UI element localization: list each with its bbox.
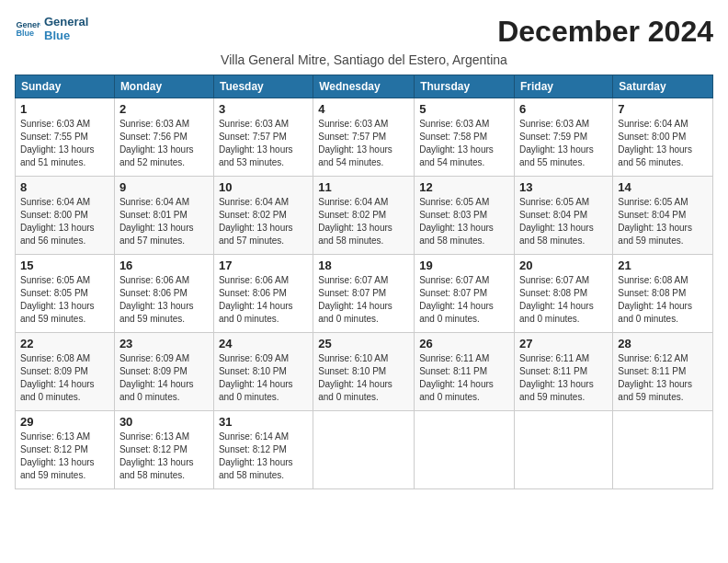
day-info: Sunrise: 6:05 AM Sunset: 8:04 PM Dayligh… (618, 196, 708, 247)
day-info: Sunrise: 6:05 AM Sunset: 8:04 PM Dayligh… (519, 196, 608, 247)
day-number: 20 (519, 259, 608, 272)
daylight-label: Daylight: 14 hours and 0 minutes. (20, 379, 95, 402)
calendar-day-cell: 10 Sunrise: 6:04 AM Sunset: 8:02 PM Dayl… (213, 177, 313, 255)
calendar-week-row: 8 Sunrise: 6:04 AM Sunset: 8:00 PM Dayli… (16, 177, 713, 255)
day-number: 7 (618, 102, 708, 116)
day-number: 18 (318, 259, 409, 272)
daylight-label: Daylight: 13 hours and 56 minutes. (20, 223, 95, 246)
sunset-label: Sunset: 8:12 PM (20, 444, 88, 454)
sunrise-label: Sunrise: 6:03 AM (219, 119, 289, 129)
daylight-label: Daylight: 14 hours and 0 minutes. (318, 301, 392, 324)
sunrise-label: Sunrise: 6:09 AM (219, 353, 289, 363)
sunrise-label: Sunrise: 6:12 AM (618, 353, 688, 363)
sunrise-label: Sunrise: 6:14 AM (219, 431, 289, 442)
sunset-label: Sunset: 8:11 PM (618, 366, 686, 376)
daylight-label: Daylight: 13 hours and 59 minutes. (119, 301, 194, 324)
calendar-day-cell: 4 Sunrise: 6:03 AM Sunset: 7:57 PM Dayli… (313, 98, 415, 177)
sunset-label: Sunset: 8:02 PM (318, 210, 386, 220)
daylight-label: Daylight: 14 hours and 0 minutes. (219, 301, 293, 324)
daylight-label: Daylight: 13 hours and 58 minutes. (219, 457, 293, 480)
calendar-week-row: 22 Sunrise: 6:08 AM Sunset: 8:09 PM Dayl… (16, 333, 713, 411)
day-number: 1 (20, 102, 109, 116)
daylight-label: Daylight: 13 hours and 59 minutes. (20, 457, 95, 480)
day-of-week-header: Tuesday (213, 75, 313, 98)
sunset-label: Sunset: 8:07 PM (318, 288, 386, 298)
day-info: Sunrise: 6:05 AM Sunset: 8:03 PM Dayligh… (419, 196, 509, 247)
day-number: 6 (519, 102, 608, 116)
sunrise-label: Sunrise: 6:05 AM (20, 275, 90, 285)
daylight-label: Daylight: 13 hours and 59 minutes. (618, 223, 692, 246)
day-info: Sunrise: 6:13 AM Sunset: 8:12 PM Dayligh… (20, 431, 109, 482)
calendar-day-cell: 21 Sunrise: 6:08 AM Sunset: 8:08 PM Dayl… (613, 255, 713, 333)
sunset-label: Sunset: 8:10 PM (318, 366, 386, 376)
sunset-label: Sunset: 8:08 PM (519, 288, 587, 298)
calendar-day-cell: 29 Sunrise: 6:13 AM Sunset: 8:12 PM Dayl… (16, 411, 115, 489)
sunset-label: Sunset: 8:00 PM (618, 132, 686, 142)
day-number: 21 (618, 259, 708, 272)
daylight-label: Daylight: 13 hours and 54 minutes. (318, 144, 392, 167)
day-info: Sunrise: 6:08 AM Sunset: 8:09 PM Dayligh… (20, 352, 109, 404)
sunrise-label: Sunrise: 6:05 AM (419, 197, 489, 207)
sunset-label: Sunset: 7:59 PM (519, 132, 587, 142)
day-number: 13 (519, 180, 608, 194)
sunrise-label: Sunrise: 6:03 AM (318, 119, 388, 129)
daylight-label: Daylight: 13 hours and 54 minutes. (419, 144, 494, 167)
day-of-week-header: Monday (114, 75, 213, 98)
sunrise-label: Sunrise: 6:04 AM (318, 197, 388, 207)
calendar-day-cell: 5 Sunrise: 6:03 AM Sunset: 7:58 PM Dayli… (415, 98, 515, 177)
day-number: 31 (219, 415, 308, 429)
calendar-day-cell: 6 Sunrise: 6:03 AM Sunset: 7:59 PM Dayli… (515, 98, 613, 177)
day-of-week-header: Saturday (613, 75, 713, 98)
day-number: 3 (219, 102, 308, 116)
day-info: Sunrise: 6:11 AM Sunset: 8:11 PM Dayligh… (419, 352, 509, 404)
day-of-week-header: Thursday (415, 75, 515, 98)
daylight-label: Daylight: 13 hours and 57 minutes. (219, 223, 293, 246)
day-number: 17 (219, 259, 308, 272)
svg-text:Blue: Blue (16, 29, 34, 38)
sunrise-label: Sunrise: 6:07 AM (318, 275, 388, 285)
day-number: 19 (419, 259, 509, 272)
sunset-label: Sunset: 7:56 PM (119, 132, 188, 142)
day-info: Sunrise: 6:03 AM Sunset: 7:55 PM Dayligh… (20, 118, 109, 169)
day-info: Sunrise: 6:04 AM Sunset: 8:01 PM Dayligh… (119, 196, 209, 247)
sunrise-label: Sunrise: 6:11 AM (419, 353, 489, 363)
day-info: Sunrise: 6:04 AM Sunset: 8:00 PM Dayligh… (20, 196, 109, 247)
sunrise-label: Sunrise: 6:03 AM (20, 119, 90, 129)
day-number: 23 (119, 337, 209, 350)
daylight-label: Daylight: 14 hours and 0 minutes. (219, 379, 293, 402)
calendar-day-cell: 30 Sunrise: 6:13 AM Sunset: 8:12 PM Dayl… (114, 411, 213, 489)
sunrise-label: Sunrise: 6:04 AM (618, 119, 688, 129)
logo-line1: General (44, 15, 88, 29)
day-info: Sunrise: 6:03 AM Sunset: 7:57 PM Dayligh… (318, 118, 409, 169)
day-info: Sunrise: 6:04 AM Sunset: 8:02 PM Dayligh… (318, 196, 409, 247)
sunset-label: Sunset: 8:12 PM (219, 444, 287, 454)
calendar-day-cell: 19 Sunrise: 6:07 AM Sunset: 8:07 PM Dayl… (415, 255, 515, 333)
day-info: Sunrise: 6:06 AM Sunset: 8:06 PM Dayligh… (219, 274, 308, 326)
svg-text:General: General (16, 20, 40, 29)
sunrise-label: Sunrise: 6:03 AM (119, 119, 189, 129)
sunrise-label: Sunrise: 6:08 AM (618, 275, 688, 285)
sunset-label: Sunset: 8:03 PM (419, 210, 487, 220)
calendar-day-cell (515, 411, 613, 489)
sunset-label: Sunset: 7:57 PM (219, 132, 287, 142)
day-number: 14 (618, 180, 708, 194)
day-info: Sunrise: 6:13 AM Sunset: 8:12 PM Dayligh… (119, 431, 209, 482)
sunset-label: Sunset: 8:09 PM (119, 366, 188, 376)
sunset-label: Sunset: 8:09 PM (20, 366, 88, 376)
day-info: Sunrise: 6:14 AM Sunset: 8:12 PM Dayligh… (219, 431, 308, 482)
daylight-label: Daylight: 13 hours and 56 minutes. (618, 144, 692, 167)
day-number: 22 (20, 337, 109, 350)
calendar-day-cell: 18 Sunrise: 6:07 AM Sunset: 8:07 PM Dayl… (313, 255, 415, 333)
calendar-day-cell: 8 Sunrise: 6:04 AM Sunset: 8:00 PM Dayli… (16, 177, 115, 255)
day-info: Sunrise: 6:06 AM Sunset: 8:06 PM Dayligh… (119, 274, 209, 326)
calendar-day-cell: 23 Sunrise: 6:09 AM Sunset: 8:09 PM Dayl… (114, 333, 213, 411)
day-info: Sunrise: 6:08 AM Sunset: 8:08 PM Dayligh… (618, 274, 708, 326)
daylight-label: Daylight: 14 hours and 0 minutes. (119, 379, 194, 402)
day-number: 27 (519, 337, 608, 350)
sunrise-label: Sunrise: 6:08 AM (20, 353, 90, 363)
day-number: 2 (119, 102, 209, 116)
calendar-day-cell: 28 Sunrise: 6:12 AM Sunset: 8:11 PM Dayl… (613, 333, 713, 411)
daylight-label: Daylight: 13 hours and 59 minutes. (519, 379, 594, 402)
sunrise-label: Sunrise: 6:04 AM (20, 197, 90, 207)
daylight-label: Daylight: 13 hours and 59 minutes. (20, 301, 95, 324)
